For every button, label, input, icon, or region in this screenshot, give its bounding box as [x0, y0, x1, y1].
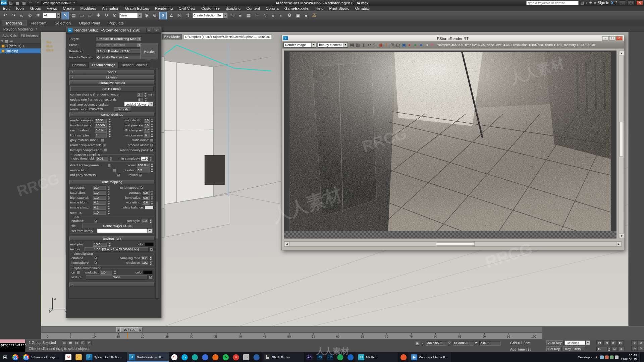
tray-icon[interactable]	[610, 355, 613, 359]
lut-strength-field[interactable]: 1.0	[141, 219, 148, 223]
update-rate-field[interactable]: 5	[137, 97, 143, 102]
skype-icon[interactable]: S	[179, 352, 190, 362]
search-icon[interactable]: ▤	[580, 1, 584, 5]
scene-explorer-item[interactable]: 0 (default) +	[0, 44, 41, 49]
dl-enabled-checkbox[interactable]	[94, 256, 98, 259]
spotify-icon[interactable]: ∿	[221, 352, 231, 362]
blue-3-app-icon[interactable]	[345, 352, 356, 362]
time-limit-field[interactable]: 10000.0	[95, 123, 107, 127]
zoom-extents-icon[interactable]: ⊞	[637, 340, 644, 345]
confirm-minutes-field[interactable]: 3	[137, 92, 143, 97]
mirror-icon[interactable]: ⇋ ▼	[228, 12, 236, 19]
clone-buffer-icon[interactable]: ⊕	[372, 42, 378, 48]
red-channel-icon[interactable]: ●	[407, 42, 412, 48]
duration-field[interactable]: 0.5	[137, 168, 150, 172]
lut-enabled-checkbox[interactable]	[94, 219, 98, 223]
undo-icon[interactable]: ↶ ▼	[2, 12, 9, 19]
selection-lock-icon[interactable]: ▦	[68, 340, 73, 345]
burn-value-field[interactable]: 0.0	[142, 195, 150, 199]
render-button[interactable]: Render	[141, 44, 159, 59]
x-coordinate-field[interactable]: -99.548cm	[426, 341, 447, 345]
curve-editor-icon[interactable]: ∿ ▼	[261, 12, 269, 19]
scroll-left-arrow[interactable]: ◀	[284, 242, 289, 246]
white-balance-swatch[interactable]	[145, 205, 154, 209]
spinner[interactable]	[144, 92, 147, 97]
z-coordinate-field[interactable]: 0.0cm	[479, 341, 501, 345]
pause-icon[interactable]: ‖	[384, 42, 389, 48]
beauty-element-combo[interactable]: beauty element▼	[318, 42, 348, 48]
window-crossing-icon[interactable]: ▱ ▼	[86, 12, 94, 19]
favorites-icon[interactable]: ★	[589, 1, 592, 5]
material-editor-icon[interactable]: ◐ ▼	[278, 12, 285, 19]
menu-item[interactable]: Group	[28, 6, 44, 11]
menu-item[interactable]: Ornatrix	[352, 6, 372, 11]
chevron-down-icon[interactable]: ▼	[35, 28, 38, 30]
search-input[interactable]	[526, 1, 579, 5]
alpha-on-checkbox[interactable]	[76, 270, 80, 274]
graphite-icon[interactable]: ≔ ▼	[253, 12, 260, 19]
open-file-icon[interactable]: ▦	[15, 0, 20, 5]
lightroom-icon[interactable]: Lr	[325, 352, 335, 362]
orange-app-icon[interactable]	[210, 352, 221, 362]
undo-quick-icon[interactable]: ↶	[28, 0, 33, 5]
gmail-icon[interactable]: M	[63, 352, 74, 362]
folder-2-icon[interactable]: ▭	[241, 352, 252, 362]
exchange-icon[interactable]: X	[611, 1, 613, 5]
warning-icon[interactable]: ⚠ ▼	[311, 12, 318, 19]
sign-in-link[interactable]: Sign In	[598, 1, 609, 5]
use-pivot-center-icon[interactable]: ◉ ▼	[143, 12, 150, 19]
run-rt-mode-button[interactable]: run RT mode	[70, 86, 154, 92]
select-and-move-icon[interactable]: ✚ ▼	[95, 12, 102, 19]
wmp-window-button[interactable]: ▶ Windows Media P...	[409, 352, 451, 362]
image-blur-field[interactable]: 0.1	[93, 200, 106, 204]
set-key-button[interactable]: Set Key	[546, 346, 562, 351]
render-setup-titlebar[interactable]: M Render Setup: FStormRender v1.2.9c – ✕	[66, 27, 161, 34]
project-path-field[interactable]: D:\Dropbox (II)\3D\Projects\Clients\Grem…	[184, 34, 272, 39]
current-frame-marker[interactable]	[127, 333, 128, 340]
light-samples-field[interactable]: 8	[95, 133, 107, 137]
custom-toolbar-button[interactable]: FS Instance	[19, 33, 40, 38]
user-icon[interactable]: ●	[594, 1, 596, 5]
lut-library-combo[interactable]: ---▼	[97, 228, 152, 233]
spinner[interactable]	[144, 97, 148, 102]
ribbon-tab[interactable]: Modeling	[2, 20, 26, 26]
chrome-window-button[interactable]: Johannes Lindqvi...	[20, 352, 63, 362]
scene-explorer-item[interactable]: Building	[0, 48, 41, 53]
image-sharp-field[interactable]: 0.1	[93, 205, 106, 209]
rt-close-button[interactable]: ✕	[616, 36, 623, 40]
green-app-icon[interactable]	[335, 352, 345, 362]
save-file-icon[interactable]: ▥	[21, 0, 27, 5]
menu-item[interactable]: Tools	[12, 6, 27, 11]
ray-threshold-field[interactable]: 0.01cm	[95, 128, 107, 132]
motion-blur-checkbox[interactable]	[112, 168, 116, 172]
layer-explorer-icon[interactable]: ▦ ▼	[245, 12, 252, 19]
track-bar[interactable]: 0510152025303540455055606570758085909510…	[41, 333, 542, 340]
static-noise-checkbox[interactable]	[150, 138, 154, 142]
add-time-tag[interactable]: Add Time Tag	[510, 347, 531, 351]
vignetting-field[interactable]: 0.0	[142, 200, 150, 204]
menu-item[interactable]: Edit	[0, 6, 12, 11]
chrome-icon[interactable]	[10, 352, 21, 362]
select-by-name-icon[interactable]: ▤ ▼	[70, 12, 77, 19]
after-effects-icon[interactable]: Ae	[304, 352, 315, 362]
rendered-frame-icon[interactable]: ▣ ▼	[294, 12, 302, 19]
gi-clamp-field[interactable]: 1.0	[144, 128, 150, 132]
teal-app-icon[interactable]	[190, 352, 200, 362]
pan-icon[interactable]: ⊜	[631, 346, 638, 351]
resolution-field[interactable]: 1024	[141, 260, 148, 265]
y-coordinate-field[interactable]: 97.688cm	[452, 341, 474, 345]
section-tone-mapping[interactable]: –Tone Mapping	[69, 180, 154, 184]
exposure-field[interactable]: 3.0	[93, 185, 106, 190]
render-setup-icon[interactable]: ⚙ ▼	[286, 12, 293, 19]
preset-combo[interactable]: No preset selected▼	[96, 43, 142, 48]
section-interactive-render[interactable]: –Interactive Render	[69, 80, 154, 85]
env-texture-button[interactable]: HDRI [Cloudy Sun 35 0086-04.hdr]	[85, 247, 149, 251]
previous-key-arrow[interactable]: ◀	[116, 327, 120, 332]
env-color-swatch[interactable]	[145, 242, 154, 246]
save-all-icon[interactable]: ▥	[355, 42, 361, 48]
mat-preview-samples-field[interactable]: 16	[144, 123, 150, 127]
isolate-toggle-icon[interactable]: ⊞	[62, 340, 67, 345]
alpha-texture-button[interactable]: None	[86, 275, 148, 279]
minimize-button[interactable]: –	[619, 0, 626, 5]
percent-snap-icon[interactable]: % ▼	[176, 12, 183, 19]
